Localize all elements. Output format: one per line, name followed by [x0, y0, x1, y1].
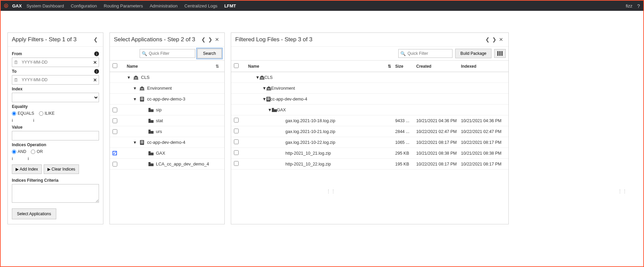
panel2-name-header[interactable]: Name — [125, 64, 216, 69]
nav-administration[interactable]: Administration — [150, 3, 178, 8]
panel2-close-icon[interactable]: ✕ — [214, 37, 220, 43]
expand-arrow-icon[interactable]: ▼ — [133, 97, 137, 102]
folder-icon — [272, 108, 277, 112]
tree-row[interactable]: ▼CLS — [231, 72, 508, 83]
tree-row[interactable]: ▼GAX — [231, 105, 508, 115]
nav-configuration[interactable]: Configuration — [71, 3, 97, 8]
tree-row[interactable]: ▼cc-app-dev-demo-3 — [110, 94, 224, 105]
panel3-prev-icon[interactable]: ❮ — [484, 37, 491, 43]
nav-system-dashboard[interactable]: System Dashboard — [26, 3, 64, 8]
panel3-next-icon[interactable]: ❯ — [491, 37, 498, 43]
columns-icon[interactable] — [494, 49, 506, 58]
panel2-quick-filter-input[interactable] — [140, 49, 195, 58]
expand-arrow-icon[interactable]: ▼ — [262, 86, 266, 91]
value-input[interactable] — [12, 131, 99, 140]
file-row[interactable]: http-2021_10_22.log.zip195 KB10/22/2021 … — [231, 159, 508, 170]
search-button[interactable]: Search — [197, 49, 222, 58]
file-row[interactable]: http-2021_10_21.log.zip295 KB10/21/2021 … — [231, 148, 508, 159]
nav-routing-parameters[interactable]: Routing Parameters — [104, 3, 143, 8]
help-icon[interactable]: ? — [637, 3, 640, 9]
row-checkbox[interactable] — [234, 161, 239, 166]
equality-ilike-radio[interactable]: ILIKE — [39, 111, 55, 116]
tree-row[interactable]: stat — [110, 115, 224, 126]
expand-arrow-icon[interactable]: ▼ — [256, 75, 260, 80]
tree-row[interactable]: ▼cc-app-dev-demo-4 — [110, 137, 224, 148]
clear-indices-button[interactable]: ▶ Clear Indices — [44, 164, 79, 174]
panel3-name-header[interactable]: Name — [248, 64, 259, 69]
svg-rect-3 — [136, 77, 137, 79]
select-applications-button[interactable]: Select Applications — [12, 208, 56, 219]
ilike-info-icon[interactable]: i — [33, 118, 34, 123]
from-info-icon[interactable]: i — [94, 51, 99, 56]
tree-row[interactable]: sip — [110, 105, 224, 115]
expand-arrow-icon[interactable]: ▼ — [133, 86, 137, 91]
svg-rect-14 — [141, 98, 143, 99]
to-info-icon[interactable]: i — [94, 69, 99, 74]
expand-arrow-icon[interactable]: ▼ — [127, 75, 131, 80]
user-label[interactable]: fizz — [626, 3, 632, 8]
file-row[interactable]: gax.log.2021-10-22.log.zip1065 ...10/22/… — [231, 137, 508, 148]
panel3-select-all-checkbox[interactable] — [234, 63, 239, 68]
collapse-left-icon[interactable]: ❮ — [92, 37, 99, 43]
panel2-select-all-checkbox[interactable] — [113, 63, 117, 68]
indices-filtering-label: Indices Filtering Criteria — [12, 178, 99, 183]
clear-to-icon[interactable]: ✕ — [93, 77, 97, 83]
row-checkbox[interactable] — [234, 118, 239, 123]
index-select[interactable] — [12, 93, 99, 102]
from-date-input[interactable] — [12, 58, 99, 67]
drag-handle-icon[interactable]: ⋮⋮ — [326, 188, 336, 194]
to-date-input[interactable] — [12, 75, 99, 85]
indices-and-radio[interactable]: AND — [12, 149, 26, 154]
panel2-next-icon[interactable]: ❯ — [207, 37, 214, 43]
nav-lfmt[interactable]: LFMT — [224, 3, 236, 8]
tree-row[interactable]: ▼Environment — [231, 83, 508, 94]
file-created: 10/22/2021 08:17 PM — [416, 162, 461, 166]
and-info-icon[interactable]: i — [12, 156, 13, 161]
add-index-button[interactable]: ▶ Add Index — [12, 164, 42, 174]
svg-marker-6 — [140, 86, 144, 88]
panel3-close-icon[interactable]: ✕ — [498, 37, 504, 43]
build-package-button[interactable]: Build Package — [455, 49, 491, 58]
row-checkbox[interactable] — [113, 129, 117, 134]
panel3-quick-filter-input[interactable] — [398, 49, 452, 58]
svg-rect-24 — [260, 77, 261, 79]
panel3-created-header[interactable]: Created — [416, 64, 461, 69]
expand-arrow-icon[interactable]: ▼ — [133, 140, 137, 145]
tree-row[interactable]: ▼CLS — [110, 72, 224, 83]
row-checkbox[interactable] — [234, 150, 239, 155]
row-checkbox[interactable] — [113, 108, 117, 112]
row-checkbox[interactable] — [234, 139, 239, 144]
expand-arrow-icon[interactable]: ▼ — [262, 97, 266, 102]
drag-handle-icon[interactable]: ⋮⋮ — [618, 188, 627, 194]
indices-filtering-textarea[interactable] — [12, 184, 99, 203]
row-checkbox[interactable] — [113, 151, 117, 155]
expand-arrow-icon[interactable]: ▼ — [268, 108, 272, 112]
nav-centralized-logs[interactable]: Centralized Logs — [184, 3, 218, 8]
top-nav-bar: ⦾ GAX System Dashboard Configuration Rou… — [1, 1, 643, 11]
panel2-header: Select Applications - Step 2 of 3 ❮ ❯ ✕ — [110, 33, 224, 47]
tree-row[interactable]: LCA_cc_app_dev_demo_4 — [110, 159, 224, 170]
panel3-indexed-header[interactable]: Indexed — [461, 64, 506, 69]
equality-equals-radio[interactable]: EQUALS — [12, 111, 34, 116]
sort-icon[interactable]: ⇅ — [216, 64, 219, 69]
tree-row[interactable]: ▼cc-app-dev-demo-4 — [231, 94, 508, 105]
clear-from-icon[interactable]: ✕ — [93, 60, 97, 65]
row-checkbox[interactable] — [113, 118, 117, 123]
row-checkbox[interactable] — [113, 162, 117, 166]
panel2-prev-icon[interactable]: ❮ — [200, 37, 207, 43]
equals-info-icon[interactable]: i — [12, 118, 13, 123]
indices-or-radio[interactable]: OR — [31, 149, 43, 154]
file-row[interactable]: gax.log.2021-10-21.log.zip2844 ...10/22/… — [231, 126, 508, 137]
or-info-icon[interactable]: i — [28, 156, 29, 161]
index-label: Index — [12, 87, 99, 91]
tree-row[interactable]: urs — [110, 126, 224, 137]
sort-icon[interactable]: ⇅ — [388, 64, 391, 69]
panel3-size-header[interactable]: Size — [395, 64, 416, 69]
row-checkbox[interactable] — [234, 129, 239, 133]
tree-row[interactable]: ▼Environment — [110, 83, 224, 94]
panel3-title: Filtered Log Files - Step 3 of 3 — [235, 36, 484, 43]
equality-label: Equality — [12, 104, 99, 109]
file-row[interactable]: gax.log.2021-10-18.log.zip9433 ...10/21/… — [231, 115, 508, 126]
tree-row[interactable]: GAX — [110, 148, 224, 159]
svg-rect-8 — [141, 88, 142, 90]
